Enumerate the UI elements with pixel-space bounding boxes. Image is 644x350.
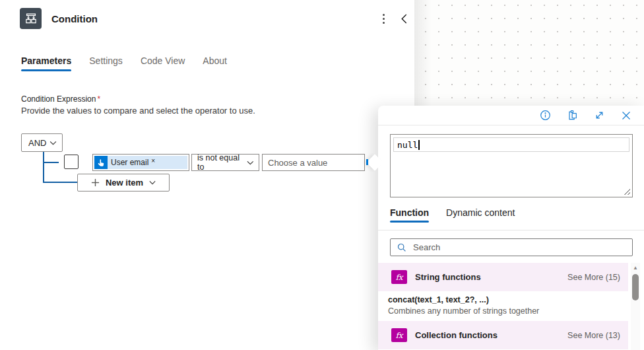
section-collection-functions[interactable]: fx Collection functions See More (13)	[378, 321, 628, 349]
condition-expression-label: Condition Expression*	[21, 94, 100, 104]
fx-icon: fx	[391, 328, 407, 342]
remove-token-button[interactable]: ×	[151, 157, 155, 164]
function-signature: concat(text_1, text_2?, ...)	[388, 295, 620, 304]
resize-handle[interactable]	[624, 188, 630, 195]
popup-tab-bar: Function Dynamic content	[390, 207, 515, 223]
field-caret-indicator	[366, 159, 368, 165]
tab-dynamic-content[interactable]: Dynamic content	[446, 207, 515, 223]
chevron-down-icon	[49, 141, 57, 145]
section-string-functions[interactable]: fx String functions See More (15)	[378, 263, 628, 291]
operator-dropdown[interactable]: is not equal to	[191, 154, 259, 171]
popup-toolbar	[378, 106, 644, 125]
operand-field[interactable]: User email ×	[92, 154, 189, 171]
tab-about[interactable]: About	[203, 55, 227, 71]
tab-code-view[interactable]: Code View	[141, 55, 185, 71]
operator-label: is not equal to	[197, 153, 247, 172]
close-button[interactable]	[620, 110, 632, 122]
token-label: User email	[111, 158, 148, 167]
expression-input[interactable]: null	[393, 137, 629, 152]
group-operator-dropdown[interactable]: AND	[21, 133, 63, 152]
chevron-left-icon	[400, 14, 408, 24]
list-scrollbar[interactable]: ▲	[631, 263, 640, 350]
new-item-label: New item	[106, 178, 143, 188]
function-list: fx String functions See More (15) concat…	[378, 263, 628, 349]
plus-icon	[91, 178, 100, 187]
condition-branch-icon	[24, 11, 38, 26]
tree-connector-newitem	[44, 182, 77, 183]
function-item-concat[interactable]: concat(text_1, text_2?, ...) Combines an…	[378, 291, 628, 321]
fx-icon: fx	[391, 270, 407, 284]
kebab-icon	[383, 14, 385, 16]
expand-icon	[594, 110, 605, 121]
search-icon	[397, 243, 406, 252]
expand-button[interactable]	[593, 110, 605, 122]
expression-textarea[interactable]: null	[390, 134, 633, 197]
new-item-button[interactable]: New item	[77, 174, 170, 192]
tab-function[interactable]: Function	[390, 207, 429, 223]
close-icon	[621, 110, 631, 121]
condition-expression-description: Provide the values to compare and select…	[21, 106, 255, 116]
tree-connector-vertical	[43, 152, 44, 183]
text-cursor	[418, 140, 420, 150]
page-title: Condition	[51, 13, 98, 24]
see-more-string-functions[interactable]: See More (15)	[567, 273, 620, 282]
clipboard-icon	[567, 110, 578, 121]
scroll-thumb[interactable]	[632, 274, 639, 300]
info-button[interactable]	[539, 110, 551, 122]
collapse-panel-button[interactable]	[396, 11, 412, 26]
manual-trigger-icon	[94, 156, 108, 169]
expression-text: null	[397, 140, 418, 150]
tab-divider	[378, 230, 644, 230]
condition-action-icon	[20, 8, 42, 29]
more-options-button[interactable]	[376, 11, 391, 26]
panel-tab-bar: Parameters Settings Code View About	[21, 55, 227, 71]
tab-settings[interactable]: Settings	[89, 55, 123, 71]
paste-button[interactable]	[566, 110, 578, 122]
expression-editor-popup: null Function Dynamic content fx String …	[378, 106, 644, 350]
chevron-down-icon	[247, 160, 254, 165]
function-description: Combines any number of strings together	[388, 306, 620, 316]
see-more-collection-functions[interactable]: See More (13)	[567, 331, 620, 340]
condition-row-checkbox[interactable]	[64, 155, 79, 169]
touch-hand-icon	[97, 158, 106, 167]
tab-parameters[interactable]: Parameters	[21, 55, 71, 71]
function-search-box	[390, 238, 633, 256]
section-title: String functions	[415, 272, 481, 282]
condition-panel: Condition Parameters Settings Code View …	[0, 0, 414, 350]
chevron-down-icon	[149, 180, 156, 185]
search-input[interactable]	[413, 239, 632, 256]
required-asterisk: *	[97, 94, 100, 104]
user-email-token[interactable]: User email ×	[108, 156, 187, 169]
section-title: Collection functions	[415, 330, 498, 340]
tree-connector-row	[44, 162, 59, 163]
value-field	[262, 154, 365, 171]
group-operator-label: AND	[28, 138, 46, 148]
info-icon	[540, 110, 551, 121]
value-input[interactable]	[263, 155, 364, 170]
scroll-up-button[interactable]: ▲	[631, 263, 640, 272]
